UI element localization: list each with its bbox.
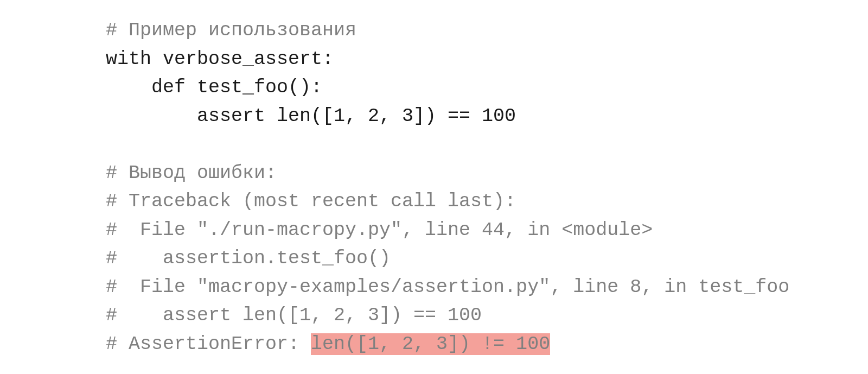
code-line-comment: # AssertionError:	[106, 333, 311, 355]
code-line-comment: # Вывод ошибки:	[106, 162, 277, 184]
code-line: with verbose_assert:	[106, 48, 334, 70]
code-line: def test_foo():	[106, 77, 322, 98]
code-line-comment: # assert len([1, 2, 3]) == 100	[106, 305, 482, 326]
code-line-comment: # Traceback (most recent call last):	[106, 191, 516, 212]
code-line-comment: # File "macropy-examples/assertion.py", …	[106, 276, 789, 298]
code-line-comment: # assertion.test_foo()	[106, 248, 391, 269]
code-line-comment: # Пример использования	[106, 20, 356, 41]
code-line: assert len([1, 2, 3]) == 100	[106, 105, 516, 127]
code-line-comment: # File "./run-macropy.py", line 44, in <…	[106, 219, 653, 241]
code-block: # Пример использования with verbose_asse…	[0, 0, 868, 358]
highlighted-error-text: len([1, 2, 3]) != 100	[311, 333, 550, 355]
